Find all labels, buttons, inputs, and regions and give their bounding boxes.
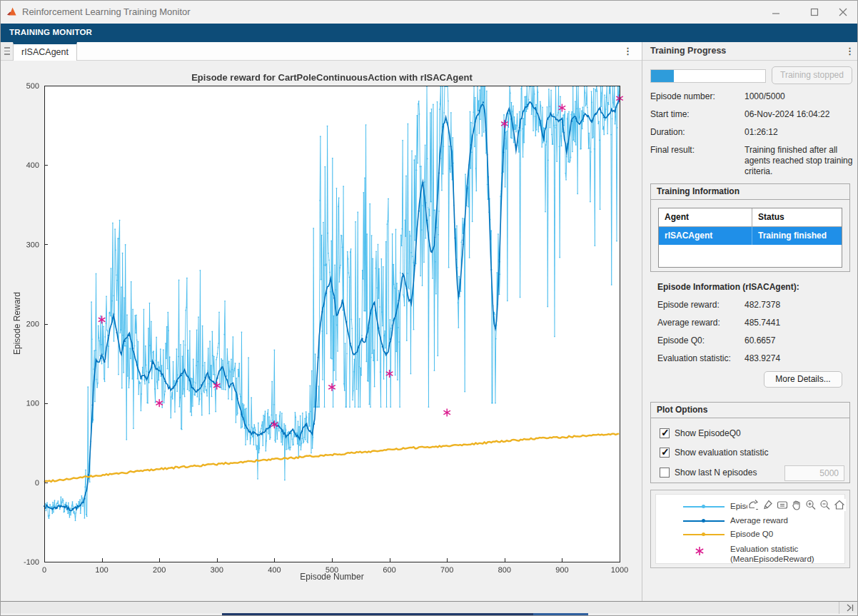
status-bar-divider (839, 602, 839, 614)
training-chart[interactable] (1, 61, 642, 601)
training-stopped-button[interactable]: Training stopped (772, 66, 852, 84)
maximize-icon (810, 8, 819, 16)
ep-info-label: Evaluation statistic: (657, 353, 731, 363)
home-icon[interactable] (834, 499, 845, 511)
agent-status-table[interactable]: Agent Status rISACAgent Training finishe… (658, 208, 842, 268)
zoom-in-icon[interactable] (805, 499, 817, 511)
episode-info-title: Episode Information (rISACAgent): (657, 282, 799, 292)
cell-status: Training finished (752, 227, 842, 245)
checkbox-label: Show last N episodes (675, 468, 757, 478)
last-n-episodes-input[interactable] (784, 465, 844, 481)
legend-label: Average reward (730, 516, 788, 525)
field-label: Duration: (650, 127, 685, 137)
ep-info-value: 60.6657 (745, 335, 775, 345)
field-value: 06-Nov-2024 16:04:22 (745, 109, 829, 119)
close-icon (839, 8, 847, 16)
training-information-group: Training Information Agent Status rISACA… (650, 183, 850, 272)
zoom-out-icon[interactable] (819, 499, 831, 511)
taskbar-strip-accent (533, 613, 588, 616)
legend-marker (702, 505, 705, 508)
legend-background: Episode reward Average reward Episode Q0… (655, 494, 845, 564)
title-bar: Reinforcement Learning Training Monitor (1, 1, 858, 24)
document-tab-strip: rISACAgent ⋮ (1, 42, 642, 61)
panel-title: Training Progress (650, 46, 726, 56)
ep-info-value: 483.9274 (745, 353, 780, 363)
more-details-button[interactable]: More Details... (764, 371, 842, 388)
legend-marker (702, 519, 705, 522)
ep-info-label: Average reward: (657, 318, 720, 328)
group-title: Plot Options (651, 403, 849, 418)
chart-title: Episode reward for CartPoleContinuousAct… (44, 72, 620, 83)
checkbox-icon: ✓ (660, 448, 670, 458)
legend-panel: Episode reward Average reward Episode Q0… (650, 490, 850, 568)
tab-rlsacagent[interactable]: rISACAgent (13, 42, 77, 61)
ep-info-value: 482.7378 (745, 300, 780, 310)
group-title: Training Information (651, 184, 849, 200)
datatips-icon[interactable] (777, 499, 788, 511)
y-axis-label: Episode Reward (12, 266, 22, 380)
progress-fill (651, 70, 674, 82)
legend-marker (702, 532, 705, 536)
cell-agent: rISACAgent (659, 227, 752, 245)
field-value: 01:26:12 (745, 127, 778, 137)
axes-toolbar (747, 499, 846, 511)
table-row-selected[interactable]: rISACAgent Training finished (659, 227, 842, 245)
brush-icon[interactable] (762, 499, 774, 511)
close-button[interactable] (827, 1, 858, 23)
legend-label: Episode Q0 (730, 530, 773, 538)
col-agent: Agent (659, 208, 752, 226)
chart-document-panel (1, 61, 642, 601)
minimize-icon (772, 8, 780, 16)
field-label: Episode number: (650, 91, 715, 101)
ribbon-tab-training-monitor[interactable]: TRAINING MONITOR (9, 28, 92, 36)
ep-info-label: Episode reward: (657, 300, 720, 310)
field-value: Training finished after all agents reach… (745, 145, 853, 177)
ep-info-value: 485.7441 (745, 318, 780, 328)
legend-asterisk-marker (695, 546, 705, 556)
matlab-logo-icon (6, 6, 19, 18)
legend-label: (MeanEpisodeReward) (730, 555, 814, 563)
field-label: Final result: (650, 145, 695, 155)
ep-info-label: Episode Q0: (657, 335, 705, 345)
expand-panel-icon[interactable] (847, 604, 854, 612)
dock-grip-icon[interactable] (1, 42, 14, 60)
plot-options-group: Plot Options ✓ Show EpisodeQ0 ✓ Show eva… (650, 402, 850, 483)
ribbon-bar: TRAINING MONITOR (1, 24, 858, 42)
field-label: Start time: (650, 109, 690, 119)
status-bar (1, 601, 858, 613)
checkbox-label: Show EpisodeQ0 (675, 428, 741, 438)
app-window: Reinforcement Learning Training Monitor … (0, 0, 858, 616)
table-empty-area (659, 245, 842, 267)
x-axis-label: Episode Number (44, 572, 620, 582)
minimize-button[interactable] (760, 1, 792, 23)
document-actions-menu-icon[interactable]: ⋮ (623, 46, 632, 56)
legend-label: Evaluation statistic (730, 545, 798, 553)
field-value: 1000/5000 (745, 91, 785, 101)
maximize-button[interactable] (799, 1, 830, 23)
training-progress-bar (650, 69, 766, 83)
panel-header: Training Progress ⋮ (642, 42, 858, 61)
pan-icon[interactable] (791, 499, 802, 511)
checkbox-icon: ✓ (660, 428, 670, 438)
training-progress-panel: Training Progress ⋮ Training stopped Epi… (642, 42, 858, 601)
checkbox-icon (660, 468, 670, 478)
table-header-row: Agent Status (659, 208, 842, 227)
window-title: Reinforcement Learning Training Monitor (22, 6, 191, 17)
checkbox-label: Show evaluation statistic (675, 448, 768, 458)
taskbar-strip (222, 613, 533, 616)
export-icon[interactable] (748, 499, 759, 511)
panel-actions-menu-icon[interactable]: ⋮ (845, 46, 854, 56)
col-status: Status (752, 208, 842, 226)
